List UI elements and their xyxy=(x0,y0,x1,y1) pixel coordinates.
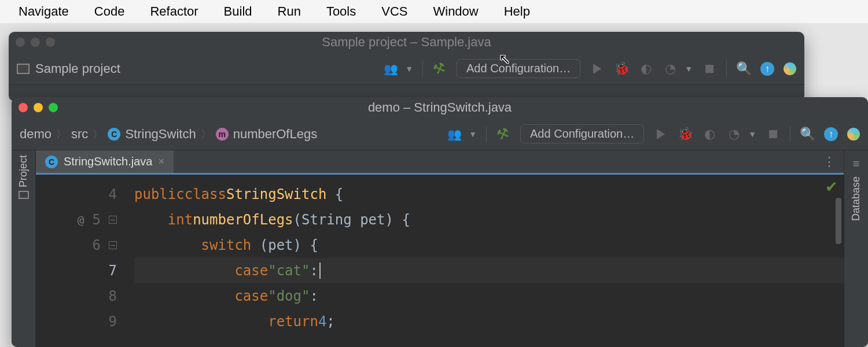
line-number: 7 xyxy=(109,263,117,279)
menu-item[interactable]: Refactor xyxy=(137,4,211,19)
ide-logo-icon[interactable] xyxy=(784,62,796,75)
breadcrumb[interactable]: demo 〉 src 〉 C StringSwitch 〉 m numberOf… xyxy=(20,127,317,142)
toolbar: demo 〉 src 〉 C StringSwitch 〉 m numberOf… xyxy=(12,118,868,150)
override-icon[interactable]: @ xyxy=(78,213,84,227)
line-number: 8 xyxy=(109,288,117,304)
add-configuration-button[interactable]: Add Configuration… xyxy=(520,124,644,143)
editor-main: C StringSwitch.java × ⋮ ✔ 4 @5– 6– 7 8 9 xyxy=(36,150,844,347)
chevron-right-icon: 〉 xyxy=(201,127,211,141)
menu-item[interactable]: Run xyxy=(265,4,314,19)
breadcrumb-class[interactable]: StringSwitch xyxy=(125,127,196,142)
method-icon: m xyxy=(216,128,229,141)
minimize-icon[interactable] xyxy=(34,103,43,112)
chevron-down-icon[interactable]: ▼ xyxy=(748,130,756,139)
update-icon[interactable]: ↑ xyxy=(760,62,774,76)
editor-area: Project C StringSwitch.java × ⋮ ✔ 4 @5– … xyxy=(12,150,868,347)
stop-icon[interactable] xyxy=(702,61,717,76)
divider xyxy=(726,61,727,77)
menu-item[interactable]: Tools xyxy=(314,4,369,19)
coverage-icon[interactable]: ◐ xyxy=(702,127,717,142)
run-icon[interactable] xyxy=(590,61,605,76)
line-number: 5 xyxy=(93,212,101,228)
chevron-right-icon: 〉 xyxy=(56,127,67,141)
fold-icon[interactable]: – xyxy=(109,216,117,224)
editor-tabs: C StringSwitch.java × ⋮ xyxy=(36,150,844,175)
project-icon xyxy=(17,64,30,74)
background-window: Sample project – Sample.java Sample proj… xyxy=(9,32,804,101)
close-icon[interactable]: × xyxy=(158,156,164,168)
menu-item[interactable]: Window xyxy=(420,4,491,19)
system-menubar: Navigate Code Refactor Build Run Tools V… xyxy=(0,0,868,23)
debug-icon[interactable]: 🐞 xyxy=(678,127,693,142)
titlebar[interactable]: Sample project – Sample.java xyxy=(9,32,804,53)
window-title: demo – StringSwitch.java xyxy=(12,100,868,115)
tab-label: StringSwitch.java xyxy=(64,155,152,168)
sidebar-item-database[interactable]: Database xyxy=(850,176,862,221)
update-icon[interactable]: ↑ xyxy=(824,127,838,141)
hammer-icon[interactable]: ⚒ xyxy=(430,59,449,78)
close-icon[interactable] xyxy=(19,103,28,112)
code-content[interactable]: public class StringSwitch { int numberOf… xyxy=(128,175,844,347)
ide-logo-icon[interactable] xyxy=(847,128,860,141)
class-icon: C xyxy=(108,128,120,141)
tab-file[interactable]: C StringSwitch.java × xyxy=(36,150,174,173)
class-icon: C xyxy=(45,156,58,168)
run-icon[interactable] xyxy=(653,127,668,142)
menu-item[interactable]: Build xyxy=(211,4,265,19)
minimize-icon[interactable] xyxy=(31,38,40,47)
database-icon[interactable]: ≡ xyxy=(853,157,860,171)
code-editor[interactable]: ✔ 4 @5– 6– 7 8 9 public class StringSwit… xyxy=(36,175,844,347)
titlebar[interactable]: demo – StringSwitch.java xyxy=(12,97,868,118)
divider xyxy=(790,126,790,142)
chevron-down-icon[interactable]: ▼ xyxy=(685,64,693,73)
text-caret xyxy=(319,263,321,279)
menu-item[interactable]: Help xyxy=(491,4,543,19)
kebab-icon[interactable]: ⋮ xyxy=(815,154,844,169)
search-icon[interactable]: 🔍 xyxy=(800,127,815,142)
foreground-window: demo – StringSwitch.java demo 〉 src 〉 C … xyxy=(12,97,868,347)
debug-icon[interactable]: 🐞 xyxy=(614,61,629,76)
sidebar-item-project[interactable]: Project xyxy=(17,155,30,187)
fold-icon[interactable]: – xyxy=(109,241,117,249)
line-number: 4 xyxy=(109,186,117,202)
menu-item[interactable]: Navigate xyxy=(6,4,82,19)
project-tool-icon[interactable] xyxy=(19,191,29,199)
line-number: 6 xyxy=(93,237,101,253)
chevron-right-icon: 〉 xyxy=(93,127,103,141)
hammer-icon[interactable]: ⚒ xyxy=(494,124,513,143)
breadcrumb-project[interactable]: demo xyxy=(20,127,52,142)
chevron-down-icon[interactable]: ▼ xyxy=(469,130,477,139)
stop-icon[interactable] xyxy=(766,127,781,142)
toolbar: Sample project 👥 ▼ ⚒ Add Configuration… … xyxy=(9,53,804,85)
maximize-icon[interactable] xyxy=(46,38,55,47)
profiler-icon[interactable]: ◔ xyxy=(726,127,741,142)
menu-item[interactable]: Code xyxy=(82,4,138,19)
line-number: 9 xyxy=(109,313,117,330)
project-name: Sample project xyxy=(35,61,120,76)
divider xyxy=(486,126,487,142)
menu-item[interactable]: VCS xyxy=(369,4,420,19)
breadcrumb-method[interactable]: numberOfLegs xyxy=(233,127,318,142)
close-icon[interactable] xyxy=(16,38,25,47)
divider xyxy=(422,61,423,77)
chevron-down-icon[interactable]: ▼ xyxy=(405,64,413,73)
add-configuration-button[interactable]: Add Configuration… xyxy=(457,59,580,78)
left-sidebar: Project xyxy=(12,150,36,347)
right-sidebar: ≡ Database xyxy=(844,150,868,347)
breadcrumb-folder[interactable]: src xyxy=(71,127,88,142)
user-icon[interactable]: 👥 xyxy=(383,61,398,76)
profiler-icon[interactable]: ◔ xyxy=(663,61,678,76)
window-title: Sample project – Sample.java xyxy=(9,35,804,50)
search-icon[interactable]: 🔍 xyxy=(736,61,751,76)
coverage-icon[interactable]: ◐ xyxy=(638,61,653,76)
user-icon[interactable]: 👥 xyxy=(447,127,462,142)
gutter[interactable]: 4 @5– 6– 7 8 9 xyxy=(36,175,128,347)
maximize-icon[interactable] xyxy=(49,103,58,112)
